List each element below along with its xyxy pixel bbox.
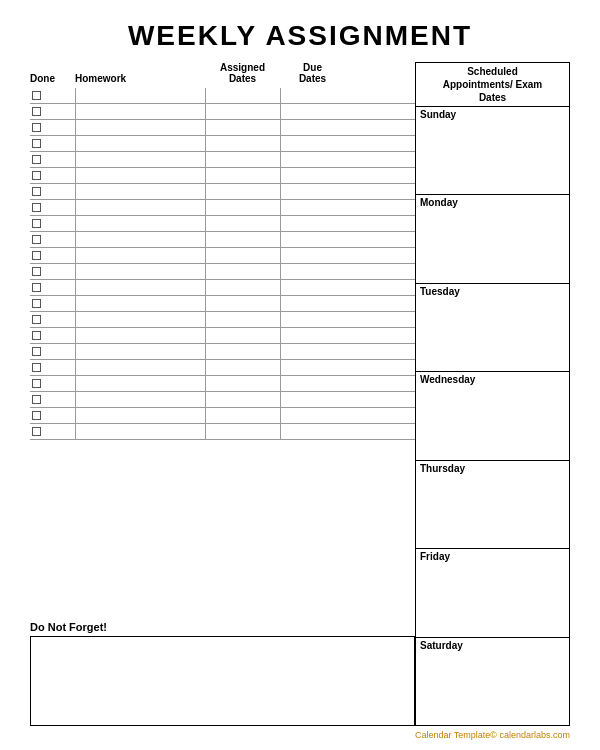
cell-done <box>30 395 75 404</box>
cell-homework[interactable] <box>75 280 205 295</box>
cell-due-date[interactable] <box>280 136 345 151</box>
cell-assigned-date[interactable] <box>205 424 280 439</box>
cell-assigned-date[interactable] <box>205 328 280 343</box>
cell-due-date[interactable] <box>280 408 345 423</box>
checkbox[interactable] <box>32 427 41 436</box>
checkbox[interactable] <box>32 411 41 420</box>
cell-due-date[interactable] <box>280 104 345 119</box>
checkbox[interactable] <box>32 187 41 196</box>
cell-homework[interactable] <box>75 392 205 407</box>
cell-homework[interactable] <box>75 264 205 279</box>
cell-homework[interactable] <box>75 168 205 183</box>
checkbox[interactable] <box>32 363 41 372</box>
cell-due-date[interactable] <box>280 152 345 167</box>
cell-assigned-date[interactable] <box>205 168 280 183</box>
cell-due-date[interactable] <box>280 328 345 343</box>
cell-due-date[interactable] <box>280 248 345 263</box>
cell-homework[interactable] <box>75 376 205 391</box>
day-block-wednesday[interactable]: Wednesday <box>416 372 569 460</box>
cell-assigned-date[interactable] <box>205 392 280 407</box>
table-row <box>30 136 415 152</box>
cell-due-date[interactable] <box>280 120 345 135</box>
cell-assigned-date[interactable] <box>205 152 280 167</box>
checkbox[interactable] <box>32 203 41 212</box>
cell-assigned-date[interactable] <box>205 360 280 375</box>
day-block-thursday[interactable]: Thursday <box>416 461 569 549</box>
cell-assigned-date[interactable] <box>205 280 280 295</box>
checkbox[interactable] <box>32 331 41 340</box>
cell-assigned-date[interactable] <box>205 88 280 103</box>
cell-assigned-date[interactable] <box>205 296 280 311</box>
day-block-monday[interactable]: Monday <box>416 195 569 283</box>
day-block-friday[interactable]: Friday <box>416 549 569 637</box>
cell-homework[interactable] <box>75 296 205 311</box>
cell-homework[interactable] <box>75 88 205 103</box>
cell-homework[interactable] <box>75 424 205 439</box>
cell-due-date[interactable] <box>280 376 345 391</box>
cell-assigned-date[interactable] <box>205 120 280 135</box>
checkbox[interactable] <box>32 315 41 324</box>
cell-homework[interactable] <box>75 152 205 167</box>
cell-homework[interactable] <box>75 248 205 263</box>
checkbox[interactable] <box>32 219 41 228</box>
cell-homework[interactable] <box>75 104 205 119</box>
checkbox[interactable] <box>32 283 41 292</box>
cell-homework[interactable] <box>75 232 205 247</box>
cell-due-date[interactable] <box>280 360 345 375</box>
cell-assigned-date[interactable] <box>205 184 280 199</box>
cell-due-date[interactable] <box>280 312 345 327</box>
do-not-forget-box[interactable] <box>30 636 415 726</box>
cell-homework[interactable] <box>75 312 205 327</box>
cell-assigned-date[interactable] <box>205 408 280 423</box>
cell-homework[interactable] <box>75 328 205 343</box>
cell-due-date[interactable] <box>280 200 345 215</box>
cell-assigned-date[interactable] <box>205 312 280 327</box>
checkbox[interactable] <box>32 347 41 356</box>
day-block-saturday[interactable]: Saturday <box>416 638 569 725</box>
checkbox[interactable] <box>32 251 41 260</box>
cell-due-date[interactable] <box>280 232 345 247</box>
checkbox[interactable] <box>32 235 41 244</box>
cell-assigned-date[interactable] <box>205 376 280 391</box>
cell-homework[interactable] <box>75 200 205 215</box>
checkbox[interactable] <box>32 379 41 388</box>
cell-assigned-date[interactable] <box>205 104 280 119</box>
checkbox[interactable] <box>32 267 41 276</box>
cell-due-date[interactable] <box>280 184 345 199</box>
cell-due-date[interactable] <box>280 88 345 103</box>
cell-homework[interactable] <box>75 136 205 151</box>
checkbox[interactable] <box>32 139 41 148</box>
cell-homework[interactable] <box>75 408 205 423</box>
day-block-tuesday[interactable]: Tuesday <box>416 284 569 372</box>
cell-due-date[interactable] <box>280 344 345 359</box>
cell-assigned-date[interactable] <box>205 216 280 231</box>
checkbox[interactable] <box>32 299 41 308</box>
main-layout: Done Homework AssignedDates DueDates Do … <box>30 62 570 726</box>
cell-homework[interactable] <box>75 360 205 375</box>
checkbox[interactable] <box>32 91 41 100</box>
table-row <box>30 184 415 200</box>
cell-assigned-date[interactable] <box>205 344 280 359</box>
cell-assigned-date[interactable] <box>205 232 280 247</box>
cell-due-date[interactable] <box>280 168 345 183</box>
cell-assigned-date[interactable] <box>205 136 280 151</box>
cell-homework[interactable] <box>75 120 205 135</box>
checkbox[interactable] <box>32 395 41 404</box>
checkbox[interactable] <box>32 171 41 180</box>
cell-assigned-date[interactable] <box>205 200 280 215</box>
cell-assigned-date[interactable] <box>205 264 280 279</box>
cell-homework[interactable] <box>75 184 205 199</box>
cell-due-date[interactable] <box>280 216 345 231</box>
cell-due-date[interactable] <box>280 280 345 295</box>
day-block-sunday[interactable]: Sunday <box>416 107 569 195</box>
cell-assigned-date[interactable] <box>205 248 280 263</box>
checkbox[interactable] <box>32 123 41 132</box>
cell-due-date[interactable] <box>280 424 345 439</box>
checkbox[interactable] <box>32 155 41 164</box>
cell-due-date[interactable] <box>280 392 345 407</box>
cell-homework[interactable] <box>75 344 205 359</box>
cell-due-date[interactable] <box>280 296 345 311</box>
checkbox[interactable] <box>32 107 41 116</box>
cell-homework[interactable] <box>75 216 205 231</box>
cell-due-date[interactable] <box>280 264 345 279</box>
